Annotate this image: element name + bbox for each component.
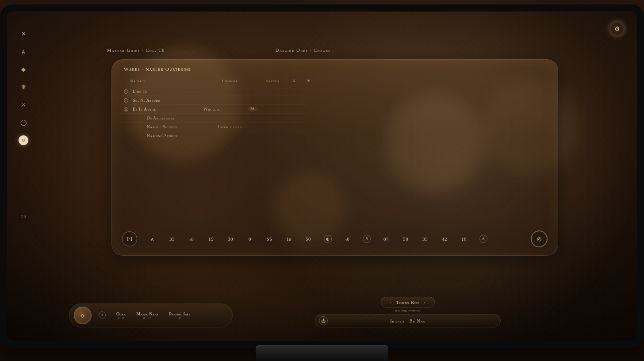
- corner-settings-badge[interactable]: ⚙: [610, 21, 625, 36]
- readout-glyph-icon: ♁: [363, 235, 371, 243]
- panel-sub-c: Seetes: [266, 79, 279, 83]
- dock-item-sub: 8: [179, 316, 181, 320]
- monitor-stand: [256, 345, 388, 361]
- music-icon: ♪: [99, 311, 106, 319]
- readout-value: 50: [304, 236, 312, 242]
- mode-selector[interactable]: ‹ Todns Rot ›: [381, 297, 435, 307]
- bezel: ✕ ᴀ ◆ ❋ ⚔ ◯ ○ T6 ⚙ Master Gries · Col. T…: [0, 4, 644, 348]
- dock-power-button[interactable]: ☼: [74, 307, 92, 324]
- search-bar[interactable]: ⏻ Irance · Br Nas: [315, 314, 501, 327]
- readout-value: 42: [441, 236, 448, 242]
- bottom-dock: ☼ ♪ Ocek 6 · 6 Masel Nare 8 · 18 Prannl …: [69, 292, 575, 327]
- row-name: Es It Atare: [133, 107, 199, 111]
- readout-value: 35: [421, 236, 429, 242]
- dock-item-sub: 6 · 6: [118, 316, 124, 320]
- dock-item-ocek[interactable]: Ocek 6 · 6: [113, 311, 129, 320]
- panel-sub-a: Nacrete: [130, 79, 146, 83]
- sidebar-icon-close[interactable]: ✕: [19, 29, 28, 39]
- readout-value: SS: [265, 236, 273, 242]
- readout-glyph-icon: ◐: [324, 235, 332, 243]
- row-bullet-icon: △: [124, 107, 128, 111]
- screen: ✕ ᴀ ◆ ❋ ⚔ ◯ ○ T6 ⚙ Master Gries · Col. T…: [7, 12, 637, 341]
- sidebar-icon-crossed[interactable]: ⚔: [19, 100, 28, 110]
- row-name: Narole Seuven: [147, 125, 213, 129]
- chevron-right-icon: ›: [424, 300, 426, 304]
- sidebar-icon-diamond[interactable]: ◆: [19, 65, 28, 74]
- panel-val-b: 6: [293, 79, 295, 83]
- sidebar-icon-text[interactable]: ᴀ: [19, 47, 28, 57]
- readout-value: 1s: [285, 236, 293, 242]
- list-row[interactable]: Narole Seuven Ltonce ches: [120, 122, 306, 131]
- dock-item-music[interactable]: ♪: [95, 311, 109, 320]
- sidebar-icon-spark[interactable]: ❋: [19, 82, 28, 92]
- readout-value: 18: [460, 236, 468, 242]
- dock-item-prannl[interactable]: Prannl Ires 8: [165, 311, 194, 320]
- main-panel: Wares · Narler Ourterine Nacrete Limoore…: [111, 59, 558, 256]
- row-name: Os Arcaranre: [147, 116, 213, 120]
- power-icon[interactable]: ⏻: [319, 316, 328, 325]
- readout-strip: I⋅I ᴀ 33 ₄8 19 30 0 SS 1s 50 ◐ ₄0 ♁ 07 5…: [118, 228, 552, 250]
- readout-value: ᴀ: [149, 236, 157, 242]
- list-row[interactable]: ○ Sr. N. Assure: [120, 96, 306, 104]
- readout-value: 33: [168, 236, 176, 242]
- readout-right-button[interactable]: ◎: [531, 230, 548, 247]
- panel-val-c: 19: [306, 79, 310, 83]
- wares-listing: ○ Line 15 ○ Sr. N. Assure △ Es It Atare …: [120, 87, 306, 140]
- dock-left-tray: ☼ ♪ Ocek 6 · 6 Masel Nare 8 · 18 Prannl …: [69, 303, 233, 327]
- row-tag: 38: [248, 107, 257, 111]
- readout-left-button[interactable]: I⋅I: [122, 231, 137, 246]
- dock-item-masel[interactable]: Masel Nare 8 · 18: [133, 311, 162, 320]
- list-row[interactable]: Os Arcaranre: [120, 113, 306, 122]
- readout-value: ₄8: [188, 236, 196, 242]
- row-name: Narsing Seiren: [147, 134, 213, 138]
- sidebar-icon-active[interactable]: ○: [19, 135, 28, 145]
- readout-value: 0: [246, 236, 254, 242]
- search-label: Irance · Br Nas: [332, 319, 483, 323]
- panel-sub-b: Limoore: [222, 79, 238, 83]
- row-name: Line 15: [133, 89, 199, 94]
- dock-item-label: Ocek: [116, 311, 126, 316]
- panel-title: Wares · Narler Ourterine: [124, 66, 191, 72]
- mode-selector-label: Todns Rot: [396, 300, 420, 305]
- readout-glyph-icon: ⋔: [479, 235, 487, 243]
- row-col2: Winactl: [203, 107, 243, 111]
- readout-value: ₄0: [343, 236, 351, 242]
- sidebar: ✕ ᴀ ◆ ❋ ⚔ ◯ ○ T6: [12, 29, 34, 219]
- dock-item-label: Masel Nare: [136, 311, 158, 316]
- row-col2: Ltonce ches: [218, 125, 257, 129]
- list-row[interactable]: △ Es It Atare Winactl 38: [120, 104, 306, 113]
- row-bullet-icon: ○: [124, 89, 128, 94]
- row-bullet-icon: ○: [124, 98, 128, 103]
- chevron-left-icon: ‹: [390, 300, 392, 304]
- row-name: Sr. N. Assure: [133, 98, 199, 103]
- mode-selector-sub: tracking overtone: [395, 309, 421, 312]
- sidebar-footer-label: T6: [21, 214, 26, 219]
- monitor-frame: ✕ ᴀ ◆ ❋ ⚔ ◯ ○ T6 ⚙ Master Gries · Col. T…: [0, 0, 644, 361]
- dock-item-label: Prannl Ires: [169, 311, 190, 316]
- list-row[interactable]: ○ Line 15: [120, 87, 306, 96]
- readout-value: 30: [226, 236, 234, 242]
- dock-item-sub: 8 · 18: [143, 316, 152, 320]
- readout-value: 58: [402, 236, 410, 242]
- list-row[interactable]: Narsing Seiren: [120, 131, 306, 140]
- header-left: Master Gries · Col. T6: [107, 48, 165, 53]
- dock-center: ‹ Todns Rot › tracking overtone ⏻ Irance…: [241, 297, 575, 327]
- readout-value: 07: [382, 236, 390, 242]
- sidebar-icon-ring[interactable]: ◯: [19, 118, 28, 127]
- header-right: Dascine Ores · Cheges: [276, 48, 331, 53]
- readout-value: 19: [207, 236, 215, 242]
- section-headers: Master Gries · Col. T6 Dascine Ores · Ch…: [107, 48, 331, 53]
